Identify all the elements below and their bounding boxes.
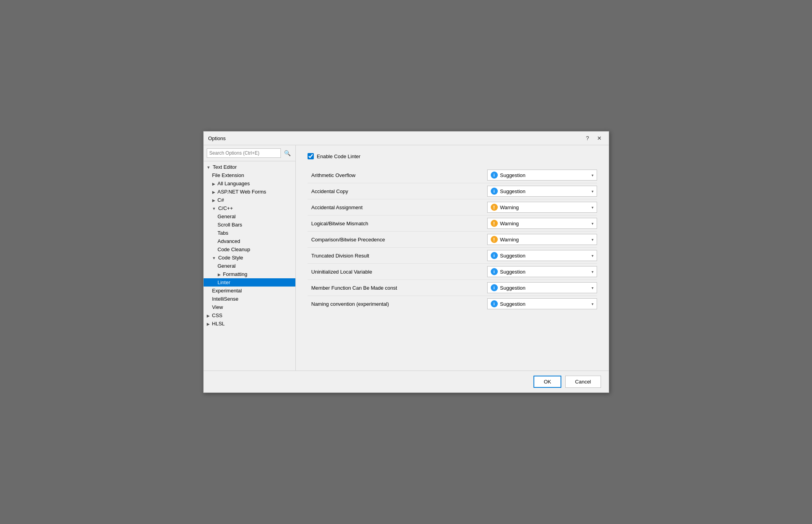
linter-row-accidental-assignment: Accidental Assignment!Warning▾ — [308, 199, 597, 215]
tree-item-label: Experimental — [212, 288, 242, 294]
dialog-footer: OK Cancel — [204, 371, 609, 393]
chevron-down-icon: ▾ — [592, 237, 594, 242]
linter-row-label: Logical/Bitwise Mismatch — [308, 221, 487, 226]
close-button[interactable]: ✕ — [595, 135, 604, 142]
tree-item-cs-linter[interactable]: Linter — [204, 278, 295, 287]
dropdown-accidental-assignment[interactable]: !Warning▾ — [487, 202, 597, 213]
info-icon: i — [491, 172, 498, 179]
linter-row-label: Arithmetic Overflow — [308, 172, 487, 178]
tree-item-cpp-general[interactable]: General — [204, 212, 295, 221]
enable-linter-label: Enable Code Linter — [317, 153, 360, 159]
linter-row-arithmetic-overflow: Arithmetic OverflowiSuggestion▾ — [308, 167, 597, 183]
dropdown-naming-convention[interactable]: iSuggestion▾ — [487, 298, 597, 309]
chevron-down-icon: ▾ — [592, 302, 594, 306]
tree-item-label: Formatting — [223, 271, 247, 277]
tree-item-label: File Extension — [212, 172, 244, 178]
tree-item-cs-view[interactable]: View — [204, 303, 295, 311]
options-dialog: Options ? ✕ 🔍 ▼ Text EditorFile Extensio… — [203, 131, 609, 393]
tree-item-label: All Languages — [217, 181, 249, 186]
chevron-down-icon: ▾ — [592, 254, 594, 258]
tree-container[interactable]: ▼ Text EditorFile Extension▶ All Languag… — [204, 161, 295, 371]
dropdown-logical-bitwise-mismatch[interactable]: !Warning▾ — [487, 218, 597, 229]
chevron-down-icon: ▾ — [592, 173, 594, 177]
dropdown-accidental-copy[interactable]: iSuggestion▾ — [487, 186, 597, 197]
enable-linter-row: Enable Code Linter — [308, 153, 597, 159]
title-bar: Options ? ✕ — [204, 131, 609, 145]
chevron-down-icon: ▾ — [592, 286, 594, 290]
tree-item-hlsl[interactable]: ▶ HLSL — [204, 320, 295, 328]
tree-item-label: IntelliSense — [212, 296, 239, 302]
left-panel: 🔍 ▼ Text EditorFile Extension▶ All Langu… — [204, 145, 296, 371]
tree-item-cs-intellisense[interactable]: IntelliSense — [204, 295, 295, 303]
linter-row-label: Truncated Division Result — [308, 253, 487, 259]
search-box: 🔍 — [204, 145, 295, 161]
dropdown-text: Suggestion — [500, 253, 590, 259]
dropdown-text: Suggestion — [500, 172, 590, 178]
chevron-down-icon: ▾ — [592, 221, 594, 226]
tree-item-label: C# — [217, 197, 224, 203]
tree-expand-icon: ▶ — [212, 198, 217, 203]
tree-item-text-editor[interactable]: ▼ Text Editor — [204, 163, 295, 171]
tree-item-label: General — [218, 214, 236, 219]
tree-item-cs-general[interactable]: General — [204, 262, 295, 270]
tree-item-label: ASP.NET Web Forms — [217, 189, 266, 195]
enable-linter-checkbox[interactable] — [308, 153, 314, 159]
tree-item-cpp-advanced[interactable]: Advanced — [204, 237, 295, 245]
cancel-button[interactable]: Cancel — [565, 376, 601, 388]
dropdown-text: Warning — [500, 237, 590, 243]
tree-item-code-style[interactable]: ▼ Code Style — [204, 254, 295, 262]
tree-item-label: Advanced — [218, 238, 240, 244]
tree-item-cpp-codecleanup[interactable]: Code Cleanup — [204, 245, 295, 254]
tree-item-label: Scroll Bars — [218, 222, 242, 228]
tree-item-cpp-scrollbars[interactable]: Scroll Bars — [204, 221, 295, 229]
warning-icon: ! — [491, 204, 498, 211]
tree-item-label: C/C++ — [218, 205, 233, 211]
dropdown-text: Suggestion — [500, 188, 590, 194]
tree-item-label: Code Style — [218, 255, 243, 261]
tree-item-label: HLSL — [212, 321, 225, 327]
tree-expand-icon: ▶ — [212, 190, 217, 194]
dropdown-comparison-bitwise-precedence[interactable]: !Warning▾ — [487, 234, 597, 245]
linter-row-label: Uninitialized Local Variable — [308, 269, 487, 275]
tree-item-asp-net[interactable]: ▶ ASP.NET Web Forms — [204, 188, 295, 196]
tree-item-cs-experimental[interactable]: Experimental — [204, 287, 295, 295]
linter-row-truncated-division-result: Truncated Division ResultiSuggestion▾ — [308, 248, 597, 264]
tree-item-label: Text Editor — [213, 164, 237, 170]
tree-item-label: Tabs — [218, 230, 228, 236]
search-input[interactable] — [207, 148, 281, 158]
tree-item-cpp[interactable]: ▼ C/C++ — [204, 204, 295, 212]
tree-item-csharp[interactable]: ▶ C# — [204, 196, 295, 204]
tree-item-label: Code Cleanup — [218, 246, 250, 252]
dropdown-arithmetic-overflow[interactable]: iSuggestion▾ — [487, 170, 597, 181]
linter-row-naming-convention: Naming convention (experimental)iSuggest… — [308, 296, 597, 312]
linter-row-accidental-copy: Accidental CopyiSuggestion▾ — [308, 183, 597, 199]
linter-row-uninitialized-local-variable: Uninitialized Local VariableiSuggestion▾ — [308, 264, 597, 280]
tree-item-file-extension[interactable]: File Extension — [204, 171, 295, 179]
dropdown-member-function-const[interactable]: iSuggestion▾ — [487, 282, 597, 293]
dropdown-uninitialized-local-variable[interactable]: iSuggestion▾ — [487, 266, 597, 277]
warning-icon: ! — [491, 220, 498, 227]
linter-row-label: Member Function Can Be Made const — [308, 285, 487, 291]
tree-expand-icon: ▶ — [207, 322, 211, 326]
tree-item-all-languages[interactable]: ▶ All Languages — [204, 179, 295, 188]
search-icon[interactable]: 🔍 — [282, 149, 292, 157]
tree-item-cpp-tabs[interactable]: Tabs — [204, 229, 295, 237]
ok-button[interactable]: OK — [533, 376, 561, 388]
dropdown-truncated-division-result[interactable]: iSuggestion▾ — [487, 250, 597, 261]
tree-item-label: General — [218, 263, 236, 269]
linter-row-comparison-bitwise-precedence: Comparison/Bitwise Precedence!Warning▾ — [308, 232, 597, 248]
tree-expand-icon: ▶ — [207, 314, 211, 318]
title-bar-controls: ? ✕ — [584, 135, 604, 142]
tree-item-css[interactable]: ▶ CSS — [204, 311, 295, 320]
dropdown-text: Suggestion — [500, 269, 590, 275]
linter-rows: Arithmetic OverflowiSuggestion▾Accidenta… — [308, 167, 597, 312]
linter-row-logical-bitwise-mismatch: Logical/Bitwise Mismatch!Warning▾ — [308, 215, 597, 232]
help-button[interactable]: ? — [584, 135, 592, 142]
info-icon: i — [491, 188, 498, 195]
info-icon: i — [491, 252, 498, 259]
chevron-down-icon: ▾ — [592, 270, 594, 274]
dropdown-text: Warning — [500, 221, 590, 226]
linter-row-label: Comparison/Bitwise Precedence — [308, 237, 487, 243]
tree-item-cs-formatting[interactable]: ▶ Formatting — [204, 270, 295, 278]
tree-item-label: CSS — [212, 312, 222, 318]
